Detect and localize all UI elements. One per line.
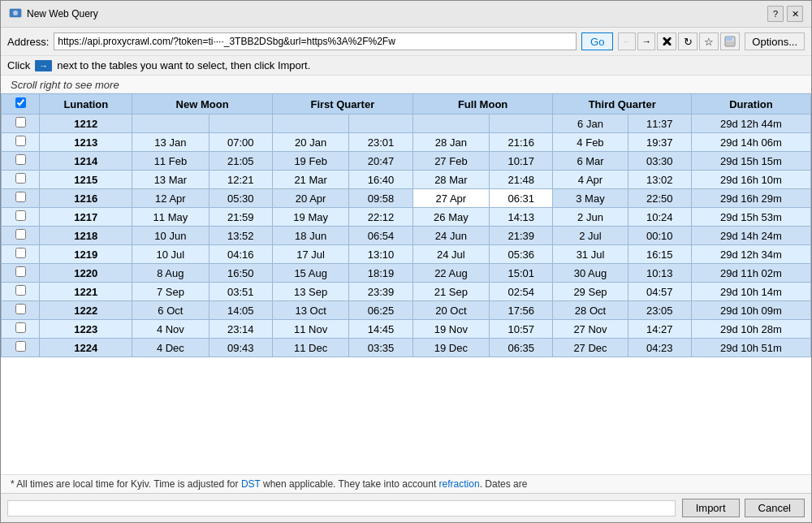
svg-rect-3	[726, 37, 732, 41]
new-moon-date-cell: 13 Jan	[132, 133, 209, 152]
new-web-query-dialog: New Web Query ? ✕ Address: Go ← → 🗙 ↻ ☆	[0, 0, 812, 523]
row-checkbox-cell[interactable]	[2, 152, 40, 171]
duration-cell: 29d 16h 10m	[691, 171, 810, 189]
full-moon-time-cell: 10:17	[490, 152, 553, 171]
star-button[interactable]: ☆	[699, 32, 719, 50]
back-button[interactable]: ←	[618, 32, 636, 50]
row-checkbox[interactable]	[15, 117, 26, 128]
first-quarter-date-cell: 11 Dec	[272, 339, 348, 357]
first-quarter-time-cell: 18:19	[349, 264, 412, 283]
first-quarter-date-cell	[272, 115, 348, 133]
row-checkbox[interactable]	[15, 154, 26, 165]
refresh-button[interactable]: ↻	[678, 32, 698, 50]
lunation-cell: 1222	[40, 301, 132, 320]
row-checkbox-cell[interactable]	[2, 301, 40, 320]
title-bar: New Web Query ? ✕	[1, 1, 811, 28]
go-button[interactable]: Go	[581, 32, 613, 50]
first-quarter-date-cell: 20 Apr	[272, 189, 348, 208]
dst-link[interactable]: DST	[241, 478, 261, 490]
table-row: 1220 8 Aug 16:50 15 Aug 18:19 22 Aug 15:…	[2, 264, 811, 283]
refraction-link[interactable]: refraction	[439, 478, 480, 490]
close-button[interactable]: ✕	[787, 6, 803, 22]
first-quarter-time-cell: 16:40	[349, 171, 412, 189]
new-moon-date-cell: 12 Apr	[132, 189, 209, 208]
row-checkbox-cell[interactable]	[2, 133, 40, 152]
svg-point-1	[13, 11, 18, 15]
click-label: Click	[7, 59, 30, 71]
select-all-checkbox-header[interactable]	[2, 94, 40, 115]
row-checkbox-cell[interactable]	[2, 171, 40, 189]
address-label: Address:	[7, 36, 49, 48]
new-moon-date-cell: 6 Oct	[132, 301, 209, 320]
row-checkbox-cell[interactable]	[2, 339, 40, 357]
row-checkbox[interactable]	[15, 322, 26, 333]
row-checkbox-cell[interactable]	[2, 245, 40, 264]
table-row: 1218 10 Jun 13:52 18 Jun 06:54 24 Jun 21…	[2, 227, 811, 245]
row-checkbox[interactable]	[15, 192, 26, 202]
table-row: 1214 11 Feb 21:05 19 Feb 20:47 27 Feb 10…	[2, 152, 811, 171]
duration-cell: 29d 15h 15m	[691, 152, 810, 171]
third-quarter-time-cell: 16:15	[628, 245, 691, 264]
third-quarter-time-cell: 11:37	[628, 115, 691, 133]
row-checkbox-cell[interactable]	[2, 227, 40, 245]
save-icon	[724, 36, 736, 47]
table-row: 1222 6 Oct 14:05 13 Oct 06:25 20 Oct 17:…	[2, 301, 811, 320]
full-moon-time-cell: 21:16	[490, 133, 553, 152]
third-quarter-date-cell: 3 May	[553, 189, 628, 208]
col-lunation: Lunation	[40, 94, 132, 115]
duration-cell: 29d 14h 06m	[691, 133, 810, 152]
third-quarter-time-cell: 10:13	[628, 264, 691, 283]
row-checkbox-cell[interactable]	[2, 320, 40, 339]
col-duration: Duration	[691, 94, 810, 115]
bottom-buttons: Import Cancel	[682, 499, 805, 517]
row-checkbox[interactable]	[15, 304, 26, 314]
options-button[interactable]: Options...	[745, 32, 805, 50]
first-quarter-date-cell: 13 Sep	[272, 283, 348, 301]
table-container[interactable]: Lunation New Moon First Quarter Full Moo…	[1, 93, 811, 474]
row-checkbox[interactable]	[15, 173, 26, 184]
table-row: 1216 12 Apr 05:30 20 Apr 09:58 27 Apr 06…	[2, 189, 811, 208]
first-quarter-date-cell: 15 Aug	[272, 264, 348, 283]
row-checkbox-cell[interactable]	[2, 189, 40, 208]
footnote-bar: * All times are local time for Kyiv. Tim…	[1, 474, 811, 493]
row-checkbox-cell[interactable]	[2, 115, 40, 133]
click-arrow: →	[35, 60, 52, 71]
new-moon-date-cell: 13 Mar	[132, 171, 209, 189]
address-bar: Address: Go ← → 🗙 ↻ ☆ Options...	[1, 28, 811, 56]
nav-buttons: ← → 🗙 ↻ ☆	[618, 32, 740, 50]
col-new-moon: New Moon	[132, 94, 273, 115]
save-button[interactable]	[720, 32, 740, 50]
first-quarter-time-cell: 23:39	[349, 283, 412, 301]
help-button[interactable]: ?	[767, 6, 784, 22]
cancel-button[interactable]: Cancel	[745, 499, 805, 517]
address-input[interactable]	[54, 32, 577, 50]
row-checkbox[interactable]	[15, 229, 26, 240]
row-checkbox[interactable]	[15, 266, 26, 277]
select-all-checkbox[interactable]	[15, 97, 26, 108]
third-quarter-date-cell: 30 Aug	[553, 264, 628, 283]
row-checkbox[interactable]	[15, 285, 26, 296]
row-checkbox[interactable]	[15, 210, 26, 221]
row-checkbox[interactable]	[15, 136, 26, 146]
row-checkbox[interactable]	[15, 341, 26, 352]
row-checkbox-cell[interactable]	[2, 264, 40, 283]
row-checkbox-cell[interactable]	[2, 208, 40, 227]
scroll-hint: Scroll right to see more	[1, 76, 811, 93]
third-quarter-date-cell: 28 Oct	[553, 301, 628, 320]
new-moon-time-cell: 09:43	[209, 339, 272, 357]
forward-button[interactable]: →	[637, 32, 655, 50]
new-moon-date-cell: 4 Nov	[132, 320, 209, 339]
row-checkbox[interactable]	[15, 248, 26, 258]
third-quarter-time-cell: 00:10	[628, 227, 691, 245]
new-moon-time-cell: 07:00	[209, 133, 272, 152]
full-moon-date-cell: 28 Jan	[412, 133, 489, 152]
row-checkbox-cell[interactable]	[2, 283, 40, 301]
new-moon-date-cell	[132, 115, 209, 133]
full-moon-time-cell: 17:56	[490, 301, 553, 320]
stop-button[interactable]: 🗙	[657, 32, 676, 50]
import-button[interactable]: Import	[682, 499, 740, 517]
duration-cell: 29d 10h 14m	[691, 283, 810, 301]
first-quarter-time-cell: 06:54	[349, 227, 412, 245]
duration-cell: 29d 10h 51m	[691, 339, 810, 357]
first-quarter-time-cell: 23:01	[349, 133, 412, 152]
